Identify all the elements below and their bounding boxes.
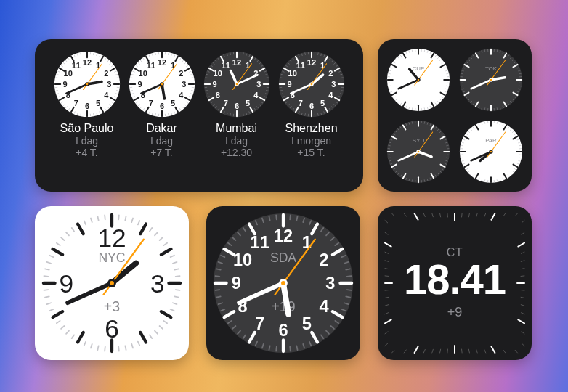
clock-face: 121234567891011 — [203, 51, 270, 118]
svg-line-748 — [521, 297, 524, 298]
svg-text:4: 4 — [104, 91, 109, 99]
svg-line-345 — [412, 107, 413, 110]
svg-line-33 — [80, 113, 81, 115]
svg-point-730 — [281, 281, 285, 285]
svg-line-44 — [55, 91, 57, 91]
svg-line-263 — [317, 113, 318, 115]
svg-line-542 — [497, 179, 498, 181]
svg-text:+19: +19 — [271, 298, 295, 314]
svg-line-248 — [341, 78, 343, 78]
svg-line-408 — [497, 107, 498, 110]
svg-text:6: 6 — [278, 321, 288, 340]
svg-point-378 — [418, 78, 420, 81]
world-clocks-widget[interactable]: 121234567891011 São Paulo I dag +4 T. 12… — [35, 39, 363, 192]
offset-label: +12.30 — [221, 147, 252, 158]
svg-text:1: 1 — [171, 61, 175, 70]
svg-line-754 — [515, 350, 517, 353]
svg-line-614 — [84, 342, 86, 346]
svg-line-122 — [130, 91, 132, 91]
svg-text:5: 5 — [302, 314, 312, 333]
city-label: Mumbai — [216, 122, 257, 135]
svg-line-48 — [55, 78, 57, 78]
svg-line-412 — [484, 107, 485, 110]
svg-line-561 — [461, 145, 463, 146]
svg-line-590 — [161, 249, 171, 255]
svg-line-3 — [93, 53, 94, 55]
day-label: I dag — [225, 135, 248, 147]
svg-line-763 — [440, 349, 441, 353]
svg-text:11: 11 — [251, 233, 269, 252]
svg-line-775 — [385, 290, 389, 291]
svg-text:7: 7 — [223, 99, 227, 107]
svg-text:5: 5 — [171, 99, 175, 107]
svg-line-732 — [462, 213, 463, 217]
svg-line-668 — [347, 290, 352, 290]
svg-text:3: 3 — [331, 80, 336, 89]
svg-line-774 — [385, 297, 389, 298]
svg-line-159 — [243, 53, 243, 55]
svg-text:4: 4 — [253, 91, 259, 99]
svg-text:SYD: SYD — [413, 136, 425, 143]
svg-line-494 — [389, 145, 391, 146]
svg-text:3: 3 — [150, 269, 165, 298]
svg-text:10: 10 — [138, 69, 147, 78]
clock-face: PAR — [459, 120, 523, 184]
svg-line-772 — [385, 313, 389, 314]
svg-line-582 — [125, 216, 126, 221]
svg-line-449 — [424, 121, 425, 123]
svg-line-597 — [174, 296, 179, 297]
svg-line-622 — [47, 303, 52, 304]
svg-point-233 — [235, 83, 238, 86]
svg-line-586 — [150, 228, 152, 232]
clock-face: 121234567891011 — [54, 51, 121, 118]
svg-line-475 — [424, 179, 425, 181]
svg-text:10: 10 — [233, 250, 252, 269]
svg-line-778 — [385, 269, 389, 269]
svg-line-174 — [266, 91, 268, 91]
svg-line-786 — [415, 213, 418, 220]
world-clock-item: 121234567891011 São Paulo I dag +4 T. — [49, 51, 124, 183]
svg-line-393 — [519, 73, 522, 74]
svg-line-766 — [415, 346, 418, 353]
svg-line-621 — [49, 309, 53, 311]
svg-line-603 — [155, 331, 158, 334]
city-grid-widget[interactable]: CUP TOK SYD PAR — [378, 39, 532, 192]
svg-line-330 — [447, 86, 449, 86]
svg-line-557 — [461, 158, 463, 158]
svg-text:3: 3 — [325, 274, 335, 293]
svg-line-615 — [78, 332, 84, 343]
svg-line-189 — [230, 113, 230, 115]
offset-label: +15 T. — [297, 147, 325, 158]
svg-line-96 — [191, 91, 193, 91]
svg-line-684 — [269, 346, 269, 350]
svg-text:3: 3 — [182, 80, 186, 89]
svg-text:3: 3 — [256, 80, 261, 89]
svg-line-423 — [461, 86, 463, 86]
clock-face: 121234567891011 — [278, 51, 345, 118]
svg-text:12: 12 — [232, 58, 240, 67]
svg-line-681 — [290, 347, 291, 351]
svg-line-710 — [269, 216, 269, 221]
svg-line-740 — [522, 232, 524, 234]
svg-point-77 — [86, 83, 88, 86]
digital-clock-widget[interactable]: CT 18.41 +9 — [378, 206, 532, 360]
world-clock-item: 121234567891011 Shenzhen I morgen +15 T. — [274, 51, 349, 183]
svg-line-636 — [84, 221, 86, 224]
svg-line-464 — [447, 158, 449, 158]
svg-line-653 — [290, 215, 291, 219]
svg-text:10: 10 — [288, 69, 296, 78]
svg-line-581 — [118, 215, 119, 219]
svg-line-734 — [476, 213, 478, 217]
svg-text:4: 4 — [179, 91, 184, 99]
large-clock-widget-light[interactable]: 12369NYC+3 — [35, 206, 189, 360]
large-clock-widget-dark[interactable]: 121234567891011SDA+19 — [206, 206, 360, 360]
svg-line-736 — [491, 213, 495, 220]
svg-line-609 — [118, 347, 119, 351]
svg-line-680 — [296, 346, 297, 350]
svg-line-137 — [155, 53, 155, 55]
svg-line-278 — [280, 91, 282, 91]
svg-point-311 — [310, 83, 312, 86]
svg-text:2: 2 — [179, 69, 183, 78]
svg-line-215 — [230, 53, 230, 55]
svg-line-531 — [519, 158, 522, 158]
